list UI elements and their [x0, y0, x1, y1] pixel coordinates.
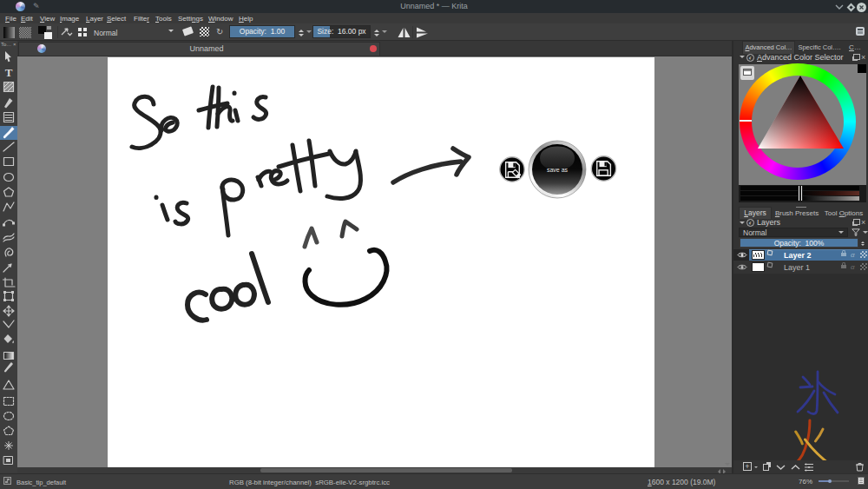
svg-text:save as: save as [547, 167, 569, 173]
svg-text:T: T [5, 66, 13, 79]
